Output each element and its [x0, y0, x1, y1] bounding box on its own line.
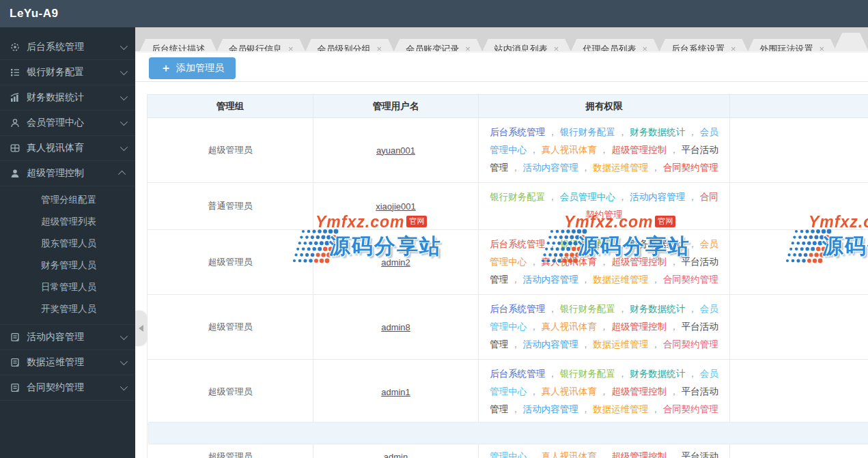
column-header: 拥有权限 — [479, 95, 730, 118]
permission-label: 活动内容管理 — [523, 339, 578, 349]
permissions-cell: 后台系统管理，银行财务配置，财务数据统计，会员管理中心，真人视讯体育，超级管理控… — [479, 295, 730, 360]
permission-separator: ， — [600, 321, 609, 332]
sidebar-subitem[interactable]: 管理分组配置 — [0, 189, 135, 211]
admin-group-cell: 超级管理员 — [148, 295, 313, 360]
sidebar-subitem[interactable]: 财务管理人员 — [0, 255, 135, 276]
tab-label: 外围玩法设置 — [760, 44, 813, 53]
tab-item[interactable]: 会员银行信息× — [214, 39, 309, 53]
permission-separator: ， — [529, 145, 539, 155]
tab-item[interactable]: 后台统计描述 — [137, 39, 220, 53]
add-admin-button[interactable]: ＋ 添加管理员 — [149, 57, 236, 79]
permission-label: 活动内容管理 — [630, 192, 685, 202]
toolbar: ＋ 添加管理员 — [135, 53, 868, 82]
sidebar-item[interactable]: 会员管理中心 — [0, 111, 135, 136]
permission-separator: ， — [669, 386, 679, 397]
admin-username-cell: ayuan001 — [313, 118, 479, 183]
plus-icon: ＋ — [160, 63, 171, 74]
permission-separator: ， — [600, 257, 609, 267]
permissions-cell: 后台系统管理，银行财务配置，财务数据统计，会员管理中心，真人视讯体育，超级管理控… — [479, 118, 730, 183]
permission-label: 合同契约管理 — [663, 404, 718, 414]
admin-group-cell: 超级管理员 — [148, 360, 313, 425]
tab-item[interactable]: 会员级别分组× — [303, 39, 397, 53]
username-link[interactable]: admin8 — [381, 322, 410, 332]
tab-label: 会员账变记录 — [406, 44, 459, 53]
sidebar-item[interactable]: 活动内容管理 — [0, 325, 135, 350]
permission-separator: ， — [688, 192, 697, 202]
permission-separator: ， — [548, 127, 557, 137]
tab-item[interactable]: 外围玩法设置× — [745, 39, 840, 53]
sidebar-item[interactable]: 数据运维管理 — [0, 350, 135, 375]
admin-group-cell: 超级管理员 — [148, 230, 313, 295]
tab-item[interactable]: 后台系统设置× — [656, 39, 751, 53]
permission-label: 超级管理控制 — [611, 386, 667, 397]
permission-label: 数据运维管理 — [593, 162, 648, 173]
permission-label: 数据运维管理 — [593, 274, 648, 285]
tab-item[interactable]: 会员账变记录× — [391, 39, 486, 53]
permission-separator: ， — [529, 386, 539, 397]
permission-separator: ， — [581, 162, 591, 173]
table-row: 超级管理员admin2后台系统管理，银行财务配置，财务数据统计，会员管理中心，真… — [148, 230, 868, 295]
permission-separator: ， — [511, 274, 520, 285]
chevron-down-icon — [120, 42, 128, 50]
sidebar-subitem[interactable]: 超级管理列表 — [0, 211, 135, 233]
permission-separator: ， — [600, 451, 609, 458]
permission-label: 财务数据统计 — [630, 127, 685, 137]
tab-bar: 后台统计描述会员银行信息×会员级别分组×会员账变记录×站内消息列表×代理会员列表… — [135, 27, 868, 53]
permission-label: 超级管理控制 — [611, 145, 667, 155]
close-icon[interactable]: × — [820, 44, 825, 53]
username-link[interactable]: admin — [384, 452, 408, 458]
tab-item[interactable] — [833, 33, 868, 52]
close-icon[interactable]: × — [554, 44, 559, 53]
permission-label: 超级管理控制 — [611, 451, 667, 458]
username-link[interactable]: admin2 — [381, 257, 410, 268]
sidebar-subitem[interactable]: 日常管理人员 — [0, 276, 135, 298]
sidebar-menu: 后台系统管理银行财务配置财务数据统计会员管理中心真人视讯体育超级管理控制管理分组… — [0, 35, 135, 401]
close-icon[interactable]: × — [377, 44, 382, 53]
username-link[interactable]: admin1 — [381, 387, 410, 397]
admin-username-cell: admin1 — [313, 360, 479, 425]
sidebar-item[interactable]: 真人视讯体育 — [0, 136, 135, 161]
chevron-down-icon — [120, 118, 128, 126]
sidebar-item[interactable]: 后台系统管理 — [0, 35, 135, 60]
username-link[interactable]: ayuan001 — [376, 145, 415, 156]
close-icon[interactable]: × — [288, 44, 294, 53]
actions-cell: 修改|锁定 — [730, 183, 868, 230]
grid-icon — [10, 143, 20, 154]
tab-item[interactable]: 代理会员列表× — [568, 39, 662, 53]
close-icon[interactable]: × — [465, 44, 471, 53]
sidebar-item[interactable]: 银行财务配置 — [0, 60, 135, 85]
sidebar-item-label: 银行财务配置 — [27, 66, 120, 78]
sidebar-item-label: 活动内容管理 — [27, 331, 120, 343]
permission-separator: ， — [688, 369, 697, 379]
sidebar-item[interactable]: 超级管理控制 — [0, 161, 135, 186]
permission-separator: ， — [511, 404, 520, 414]
permission-separator: ， — [511, 339, 520, 349]
gear-icon — [10, 42, 20, 53]
tab-item[interactable]: 站内消息列表× — [479, 39, 574, 53]
sidebar-item[interactable]: 财务数据统计 — [0, 85, 135, 111]
permission-label: 活动内容管理 — [523, 162, 578, 173]
permission-separator: ， — [529, 257, 539, 267]
close-icon[interactable]: × — [642, 44, 647, 53]
permission-separator: ， — [688, 127, 697, 137]
permission-label: 后台系统管理 — [490, 239, 545, 249]
tab-label: 会员银行信息 — [229, 44, 282, 53]
sidebar-item-label: 真人视讯体育 — [27, 142, 120, 154]
sidebar-collapse-handle[interactable] — [135, 311, 146, 346]
permission-label: 超级管理控制 — [611, 257, 667, 267]
sidebar-subitem[interactable]: 股东管理人员 — [0, 233, 135, 255]
username-link[interactable]: xiaojie001 — [376, 201, 416, 212]
permission-separator: ， — [511, 162, 520, 173]
close-icon[interactable]: × — [731, 44, 736, 53]
permissions-cell: 后台系统管理，银行财务配置，财务数据统计，会员管理中心，真人视讯体育，超级管理控… — [479, 360, 730, 425]
permission-label: 后台系统管理 — [490, 369, 545, 379]
admin-group-cell: 超级管理员 — [148, 118, 313, 183]
sidebar-subitem[interactable]: 开奖管理人员 — [0, 298, 135, 320]
sidebar-item[interactable]: 合同契约管理 — [0, 375, 135, 401]
chevron-down-icon — [120, 93, 128, 100]
sidebar-item-label: 会员管理中心 — [27, 117, 120, 129]
permission-separator: ， — [600, 386, 609, 397]
permission-label: 财务数据统计 — [630, 304, 685, 314]
table-row: 超级管理员ayuan001后台系统管理，银行财务配置，财务数据统计，会员管理中心… — [148, 118, 868, 183]
chevron-down-icon — [120, 383, 128, 390]
